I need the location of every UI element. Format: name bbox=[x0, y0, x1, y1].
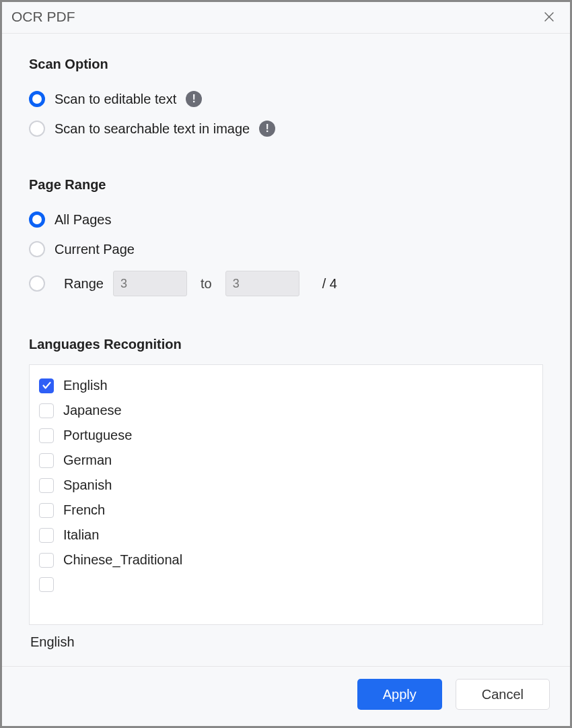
language-checkbox[interactable] bbox=[39, 577, 54, 592]
radio-current-page[interactable] bbox=[29, 241, 45, 257]
radio-all-pages[interactable] bbox=[29, 211, 45, 228]
language-item[interactable]: Chinese_Traditional bbox=[30, 548, 542, 572]
language-checkbox[interactable] bbox=[39, 403, 54, 418]
language-item[interactable]: Portuguese bbox=[30, 423, 542, 448]
dialog-title: OCR PDF bbox=[11, 9, 75, 25]
language-checkbox[interactable] bbox=[39, 553, 54, 568]
language-item[interactable] bbox=[30, 572, 542, 597]
page-range-all[interactable]: All Pages bbox=[29, 211, 543, 228]
dialog-content: Scan Option Scan to editable text ! Scan… bbox=[2, 34, 570, 666]
info-icon[interactable]: ! bbox=[186, 91, 202, 107]
language-label: Italian bbox=[63, 527, 99, 543]
language-label: German bbox=[63, 453, 112, 468]
apply-button[interactable]: Apply bbox=[357, 679, 442, 710]
language-item[interactable]: Spanish bbox=[30, 473, 542, 498]
range-to-label: to bbox=[196, 276, 216, 292]
scan-option-editable[interactable]: Scan to editable text ! bbox=[29, 91, 543, 107]
radio-scan-editable-label: Scan to editable text bbox=[55, 92, 176, 107]
range-to-input[interactable] bbox=[225, 271, 299, 296]
language-item[interactable]: English bbox=[30, 373, 542, 398]
radio-scan-searchable[interactable] bbox=[29, 121, 45, 137]
language-item[interactable]: Italian bbox=[30, 523, 542, 548]
page-range-title: Page Range bbox=[29, 177, 543, 193]
language-label: Portuguese bbox=[63, 428, 132, 443]
selected-languages-summary: English bbox=[29, 625, 543, 659]
language-item[interactable]: French bbox=[30, 498, 542, 523]
language-label: Spanish bbox=[63, 477, 112, 493]
radio-range-label: Range bbox=[64, 276, 104, 292]
scan-option-searchable[interactable]: Scan to searchable text in image ! bbox=[29, 121, 543, 137]
language-label: Japanese bbox=[63, 403, 122, 418]
dialog-header: OCR PDF bbox=[2, 2, 570, 34]
dialog-footer: Apply Cancel bbox=[2, 666, 570, 726]
radio-range[interactable] bbox=[29, 275, 45, 292]
radio-scan-editable[interactable] bbox=[29, 91, 45, 107]
language-checkbox[interactable] bbox=[39, 428, 54, 443]
page-range-custom[interactable]: Range to / 4 bbox=[29, 271, 543, 296]
total-pages-label: / 4 bbox=[322, 276, 337, 292]
languages-list[interactable]: English Japanese Portuguese German Spani… bbox=[29, 364, 543, 625]
range-from-input[interactable] bbox=[113, 271, 187, 296]
language-checkbox[interactable] bbox=[39, 478, 54, 493]
language-checkbox[interactable] bbox=[39, 503, 54, 518]
language-checkbox[interactable] bbox=[39, 378, 54, 393]
languages-title: Languages Recognition bbox=[29, 337, 543, 352]
scan-option-title: Scan Option bbox=[29, 57, 543, 72]
close-icon[interactable] bbox=[542, 9, 557, 24]
radio-current-page-label: Current Page bbox=[55, 242, 135, 257]
language-item[interactable]: Japanese bbox=[30, 398, 542, 423]
language-checkbox[interactable] bbox=[39, 528, 54, 543]
info-icon[interactable]: ! bbox=[259, 121, 275, 137]
language-checkbox[interactable] bbox=[39, 453, 54, 468]
language-item[interactable]: German bbox=[30, 448, 542, 473]
language-label: Chinese_Traditional bbox=[63, 552, 182, 568]
radio-all-pages-label: All Pages bbox=[55, 212, 112, 228]
language-label: French bbox=[63, 502, 105, 518]
radio-scan-searchable-label: Scan to searchable text in image bbox=[55, 121, 250, 137]
language-label: English bbox=[63, 378, 108, 393]
page-range-current[interactable]: Current Page bbox=[29, 241, 543, 257]
cancel-button[interactable]: Cancel bbox=[456, 679, 550, 710]
